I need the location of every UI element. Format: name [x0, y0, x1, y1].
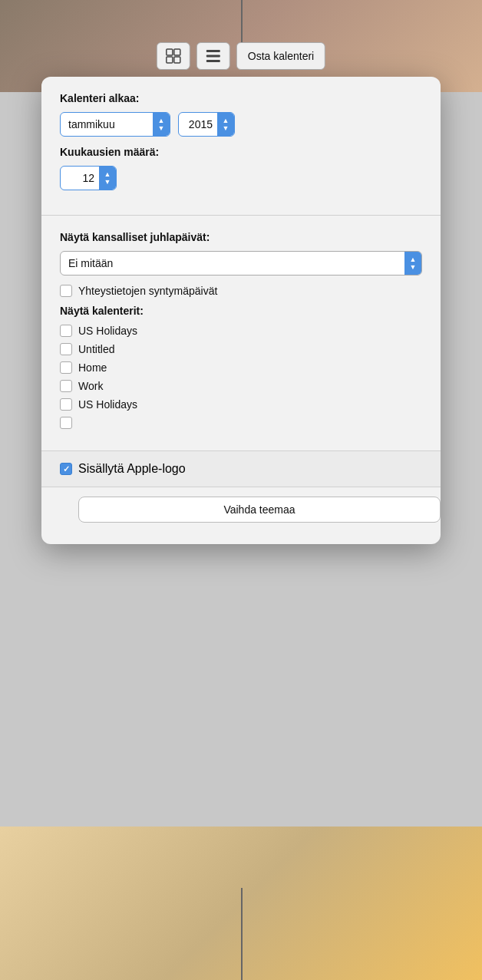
svg-rect-4 — [206, 50, 220, 52]
buy-calendar-button[interactable]: Osta kalenteri — [236, 42, 325, 70]
calendar-row-2: Home — [60, 361, 422, 374]
calendar-row-5 — [60, 417, 422, 429]
birthdays-row: Yhteystietojen syntymäpäivät — [60, 285, 422, 297]
svg-rect-2 — [167, 57, 173, 63]
year-selector[interactable]: 2015 ▲ ▼ — [178, 112, 235, 137]
change-theme-button[interactable]: Vaihda teemaa — [78, 497, 441, 523]
calendar-row-3: Work — [60, 380, 422, 392]
list-view-button[interactable] — [196, 42, 230, 70]
calendar-checkbox-2[interactable] — [60, 361, 72, 374]
bottom-line — [241, 888, 243, 980]
holidays-section: Näytä kansalliset juhlapäivät: Ei mitään… — [41, 216, 441, 450]
holidays-down-arrow[interactable]: ▼ — [410, 264, 417, 271]
calendar-name-3: Work — [78, 380, 103, 392]
calendar-start-row: tammikuu ▲ ▼ 2015 ▲ ▼ — [60, 112, 422, 137]
apple-logo-label: Sisällytä Apple-logo — [78, 462, 186, 476]
calendar-row-1: Untitled — [60, 343, 422, 355]
change-theme-label: Vaihda teemaa — [223, 503, 295, 516]
calendar-start-section: Kalenteri alkaa: tammikuu ▲ ▼ 2015 ▲ ▼ K… — [41, 77, 441, 215]
calendar-checkbox-4[interactable] — [60, 398, 72, 411]
national-holidays-label: Näytä kansalliset juhlapäivät: — [60, 231, 422, 243]
apple-logo-checkbox[interactable] — [60, 463, 72, 475]
buy-calendar-label: Osta kalenteri — [248, 50, 314, 62]
calendar-checkbox-0[interactable] — [60, 325, 72, 337]
months-stepper-arrows[interactable]: ▲ ▼ — [99, 167, 116, 190]
months-down-arrow[interactable]: ▼ — [104, 179, 111, 186]
birthdays-checkbox[interactable] — [60, 285, 72, 297]
holidays-up-arrow[interactable]: ▲ — [410, 256, 417, 263]
calendar-name-2: Home — [78, 361, 107, 374]
month-selector[interactable]: tammikuu ▲ ▼ — [60, 112, 170, 137]
grid-view-button[interactable] — [157, 42, 190, 70]
year-up-arrow[interactable]: ▲ — [223, 117, 229, 124]
calendar-checkbox-1[interactable] — [60, 343, 72, 355]
calendar-name-4: US Holidays — [78, 398, 137, 411]
show-calendars-label: Näytä kalenterit: — [60, 305, 422, 317]
settings-popover: Kalenteri alkaa: tammikuu ▲ ▼ 2015 ▲ ▼ K… — [41, 77, 441, 544]
month-down-arrow[interactable]: ▼ — [158, 125, 165, 132]
calendar-name-1: Untitled — [78, 343, 114, 355]
month-stepper-arrows[interactable]: ▲ ▼ — [153, 113, 170, 136]
svg-rect-1 — [174, 49, 180, 55]
months-count-label: Kuukausien määrä: — [60, 146, 422, 158]
list-view-icon — [205, 48, 222, 64]
change-theme-wrapper: Vaihda teemaa — [41, 487, 441, 544]
apple-logo-section: Sisällytä Apple-logo — [41, 451, 441, 487]
calendar-name-0: US Holidays — [78, 325, 137, 337]
month-value: tammikuu — [61, 118, 153, 130]
calendar-row-0: US Holidays — [60, 325, 422, 337]
svg-rect-6 — [206, 60, 220, 62]
months-count-value: 12 — [61, 172, 99, 184]
national-holidays-arrows[interactable]: ▲ ▼ — [404, 252, 421, 275]
svg-rect-3 — [174, 57, 180, 63]
grid-view-icon — [165, 48, 182, 64]
months-count-row: 12 ▲ ▼ — [60, 166, 422, 190]
calendar-checkbox-3[interactable] — [60, 380, 72, 392]
toolbar: Osta kalenteri — [157, 42, 325, 70]
month-up-arrow[interactable]: ▲ — [158, 117, 165, 124]
months-up-arrow[interactable]: ▲ — [104, 171, 111, 178]
year-stepper-arrows[interactable]: ▲ ▼ — [217, 113, 234, 136]
year-value: 2015 — [179, 118, 217, 130]
calendar-checkbox-5[interactable] — [60, 417, 72, 429]
national-holidays-row: Ei mitään ▲ ▼ — [60, 251, 422, 276]
national-holidays-dropdown[interactable]: Ei mitään ▲ ▼ — [60, 251, 422, 276]
months-count-selector[interactable]: 12 ▲ ▼ — [60, 166, 117, 190]
national-holidays-value: Ei mitään — [61, 257, 404, 269]
svg-rect-5 — [206, 55, 220, 58]
svg-rect-0 — [167, 49, 173, 55]
calendar-row-4: US Holidays — [60, 398, 422, 411]
year-down-arrow[interactable]: ▼ — [223, 125, 229, 132]
calendar-start-label: Kalenteri alkaa: — [60, 92, 422, 104]
birthdays-label: Yhteystietojen syntymäpäivät — [78, 285, 217, 297]
